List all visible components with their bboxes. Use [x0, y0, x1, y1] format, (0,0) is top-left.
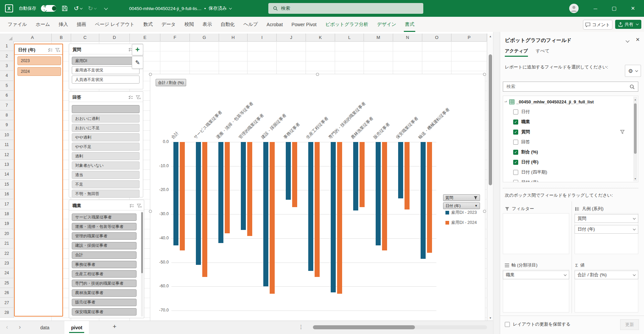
field-checkbox[interactable]: [513, 140, 518, 145]
slicer-scrollbar[interactable]: [141, 211, 143, 317]
slicer-item[interactable]: 事務従事者: [72, 261, 137, 268]
slicer-item[interactable]: 雇用DI: [72, 57, 140, 65]
chip-dropdown-icon[interactable]: [633, 217, 636, 219]
search-box[interactable]: 検索: [268, 3, 423, 14]
slicer-item[interactable]: 合計: [72, 251, 137, 259]
tools-gear-button[interactable]: ⚙: [625, 65, 641, 77]
chart-selection-handle[interactable]: [149, 210, 152, 213]
clear-filter-icon[interactable]: [55, 48, 60, 52]
bar-雇用DI - 2024-事務従事者[interactable]: [292, 142, 297, 207]
bar-雇用DI - 2023-輸送・機械運転従事者[interactable]: [421, 142, 426, 259]
slicer-occupation[interactable]: 職業サービス職業従事者運搬・清掃・包装等従事者管理的職業従事者建設・採掘従事者合…: [69, 200, 144, 318]
slicer-item[interactable]: 保安職業従事者: [72, 308, 137, 316]
slicer-item[interactable]: やや過剰: [72, 133, 140, 141]
pane-tab-アクティブ[interactable]: アクティブ: [505, 48, 528, 54]
filters-drop-area[interactable]: [503, 213, 569, 254]
clear-filter-icon[interactable]: [137, 204, 142, 208]
field-list-scrollbar[interactable]: ▲ ▼: [633, 97, 637, 181]
sheet-prev-icon[interactable]: ‹: [6, 324, 8, 331]
add-sheet-button[interactable]: +: [113, 323, 116, 330]
multi-select-icon[interactable]: [129, 204, 134, 208]
column-header-J[interactable]: J: [277, 34, 306, 42]
column-header-H[interactable]: H: [219, 34, 248, 42]
bar-雇用DI - 2023-生産工程従事者[interactable]: [308, 142, 313, 271]
field-checkbox[interactable]: ✓: [513, 160, 518, 165]
ribbon-tab-ページ レイアウト[interactable]: ページ レイアウト: [91, 17, 139, 32]
undo-button[interactable]: ↺: [74, 0, 82, 17]
chip-dropdown-icon[interactable]: [564, 273, 567, 276]
clear-filter-icon[interactable]: [136, 95, 141, 100]
chip-日付 (年)[interactable]: 日付 (年): [575, 225, 638, 234]
field-row-日付[interactable]: 日付: [513, 107, 631, 117]
row-header-13[interactable]: 13: [0, 160, 14, 170]
collapse-icon[interactable]: ⌐: [504, 99, 507, 104]
field-checkbox[interactable]: ✓: [513, 130, 518, 135]
slicer-item[interactable]: 建設・採掘従事者: [72, 242, 137, 249]
slicer-item[interactable]: 生産工程従事者: [72, 270, 137, 278]
ribbon-tab-数式[interactable]: 数式: [139, 17, 157, 32]
ribbon-tab-書式[interactable]: 書式: [400, 17, 419, 32]
sheet-options-kebab-icon[interactable]: ⋮: [299, 324, 304, 330]
column-header-N[interactable]: N: [393, 34, 422, 42]
autosave-toggle[interactable]: オン: [41, 5, 56, 12]
scroll-down-icon[interactable]: ▼: [487, 315, 493, 321]
bar-雇用DI - 2023-専門的・技術的職業従事者[interactable]: [331, 142, 336, 292]
row-header-3[interactable]: 3: [0, 61, 14, 71]
row-header-22[interactable]: 22: [0, 248, 14, 258]
ribbon-tab-ピボットグラフ分析[interactable]: ピボットグラフ分析: [321, 17, 373, 32]
field-row-日付 (月)[interactable]: 日付 (月): [513, 177, 631, 182]
bar-雇用DI - 2023-建設・採掘従事者[interactable]: [263, 142, 268, 286]
pane-collapse-chevron-icon[interactable]: [625, 38, 629, 43]
row-header-20[interactable]: 20: [0, 229, 14, 239]
ribbon-tab-デザイン[interactable]: デザイン: [373, 17, 400, 32]
table-row[interactable]: ⌐ _00450_mhlw_00450224_ji_9_full_list: [504, 97, 594, 107]
column-header-C[interactable]: C: [71, 34, 99, 42]
field-scroll-down-icon[interactable]: ▼: [633, 176, 637, 181]
chart-selection-handle[interactable]: [316, 73, 319, 76]
slicer-answer[interactable]: 回答おおいに過剰おおいに不足やや過剰やや不足過剰対象者がいない適当不足不明・無回…: [69, 91, 143, 197]
column-header-E[interactable]: E: [130, 34, 160, 42]
slicer-item[interactable]: やや不足: [72, 143, 140, 151]
slicer-item[interactable]: 過剰: [72, 152, 140, 160]
slicer-item[interactable]: 2023: [17, 56, 61, 65]
slicer-item[interactable]: おおいに不足: [72, 124, 140, 132]
minimize-button[interactable]: ─: [588, 0, 603, 17]
slicer-item[interactable]: 適当: [72, 171, 140, 179]
field-row-日付 (四半期)[interactable]: 日付 (四半期): [513, 167, 631, 177]
slicer-item[interactable]: サービス職業従事者: [72, 213, 137, 221]
chart-selection-handle[interactable]: [149, 73, 152, 76]
column-header-D[interactable]: D: [99, 34, 130, 42]
row-header-18[interactable]: 18: [0, 209, 14, 219]
field-row-割合 (%)[interactable]: ✓割合 (%): [513, 147, 631, 157]
row-header-10[interactable]: 10: [0, 130, 14, 140]
save-icon[interactable]: [62, 0, 68, 17]
bar-雇用DI - 2023-販売従事者[interactable]: [376, 142, 381, 245]
vertical-scrollbar[interactable]: ▲ ▼: [487, 34, 493, 321]
select-all-corner[interactable]: [0, 34, 14, 42]
bar-雇用DI - 2024-合計[interactable]: [180, 142, 185, 250]
chip-職業[interactable]: 職業: [503, 271, 569, 279]
column-header-K[interactable]: K: [306, 34, 335, 42]
slicer-item[interactable]: 管理的職業従事者: [72, 232, 137, 240]
column-header-G[interactable]: G: [190, 34, 219, 42]
chip-合計 / 割合 (%)[interactable]: 合計 / 割合 (%): [575, 271, 638, 279]
bar-雇用DI - 2024-管理的職業従事者[interactable]: [247, 142, 252, 236]
bar-雇用DI - 2023-サービス職業従事者[interactable]: [196, 142, 201, 265]
row-header-25[interactable]: 25: [0, 278, 14, 288]
row-header-26[interactable]: 26: [0, 288, 14, 298]
slicer-item[interactable]: 販売従事者: [72, 299, 137, 306]
legend-field-button-日付 (年)[interactable]: 日付 (年)▼: [443, 202, 480, 209]
ribbon-tab-挿入[interactable]: 挿入: [54, 17, 72, 32]
bar-雇用DI - 2024-生産工程従事者[interactable]: [315, 142, 320, 277]
pane-close-icon[interactable]: ✕: [636, 37, 640, 43]
field-row-回答[interactable]: 回答: [513, 137, 631, 147]
column-header-A[interactable]: A: [13, 34, 52, 42]
row-header-2[interactable]: 2: [0, 51, 14, 61]
bar-雇用DI - 2024-専門的・技術的職業従事者[interactable]: [337, 142, 342, 294]
excel-logo-icon[interactable]: X: [5, 0, 13, 17]
slicer-item[interactable]: 不足: [72, 180, 140, 188]
column-header-L[interactable]: L: [335, 34, 364, 42]
draw-pen-button[interactable]: ✎: [132, 56, 143, 69]
row-header-24[interactable]: 24: [0, 268, 14, 278]
slicer-item[interactable]: 2024: [17, 67, 61, 76]
